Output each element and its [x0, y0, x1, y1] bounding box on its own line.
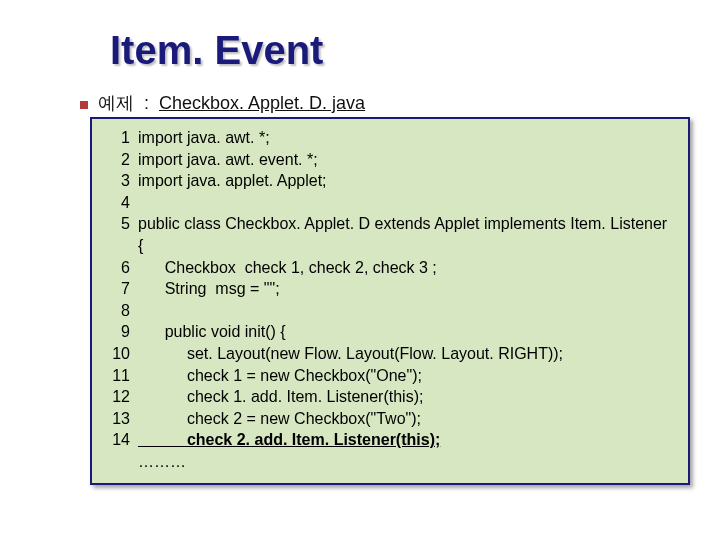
example-filename: Checkbox. Applet. D. java — [159, 93, 365, 114]
code-block: 1import java. awt. *; 2import java. awt.… — [90, 117, 690, 485]
code-line: 3import java. applet. Applet; — [102, 170, 678, 192]
code-line: { — [102, 235, 678, 257]
code-line: 10 set. Layout(new Flow. Layout(Flow. La… — [102, 343, 678, 365]
slide-title: Item. Event — [110, 28, 720, 73]
code-line: 13 check 2 = new Checkbox("Two"); — [102, 408, 678, 430]
code-ellipsis: ……… — [102, 451, 678, 473]
code-line: 14 check 2. add. Item. Listener(this); — [102, 429, 678, 451]
code-line: 5public class Checkbox. Applet. D extend… — [102, 213, 678, 235]
code-line: 4 — [102, 192, 678, 214]
bullet-icon — [80, 101, 88, 109]
code-line: 8 — [102, 300, 678, 322]
code-line: 1import java. awt. *; — [102, 127, 678, 149]
code-line: 9 public void init() { — [102, 321, 678, 343]
example-label: 예제 : — [98, 91, 159, 115]
code-line: 11 check 1 = new Checkbox("One"); — [102, 365, 678, 387]
slide: Item. Event 예제 : Checkbox. Applet. D. ja… — [0, 0, 720, 540]
code-line: 6 Checkbox check 1, check 2, check 3 ; — [102, 257, 678, 279]
code-line: 2import java. awt. event. *; — [102, 149, 678, 171]
code-line: 12 check 1. add. Item. Listener(this); — [102, 386, 678, 408]
code-line: 7 String msg = ""; — [102, 278, 678, 300]
example-heading-row: 예제 : Checkbox. Applet. D. java — [80, 91, 720, 115]
